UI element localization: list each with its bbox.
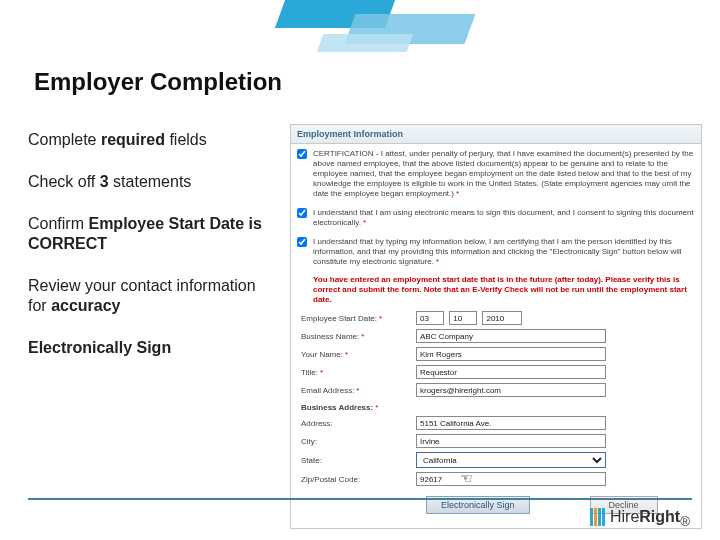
footer-divider — [28, 498, 692, 500]
label-state: State: — [301, 456, 416, 465]
form-area: Employee Start Date:* Business Name:* Yo… — [291, 309, 701, 528]
bullet-three-statements: Check off 3 statements — [28, 172, 278, 192]
instruction-list: Complete required fields Check off 3 sta… — [28, 130, 278, 380]
future-date-warning: You have entered an employment start dat… — [291, 271, 701, 309]
page-title: Employer Completion — [34, 68, 282, 96]
hand-cursor-icon: ☜ — [460, 470, 473, 486]
label-title: Title:* — [301, 368, 416, 377]
certification-text-2: I understand that I am using electronic … — [313, 208, 694, 227]
bullet-start-date: Confirm Employee Start Date is CORRECT — [28, 214, 278, 254]
certification-row-1: CERTIFICATION - I attest, under penalty … — [291, 144, 701, 203]
zip-input[interactable] — [416, 472, 606, 486]
label-email: Email Address:* — [301, 386, 416, 395]
your-name-input[interactable] — [416, 347, 606, 361]
bullet-required-fields: Complete required fields — [28, 130, 278, 150]
employment-info-panel: Employment Information CERTIFICATION - I… — [290, 124, 702, 529]
logo-bars-icon — [590, 508, 606, 530]
label-address: Address: — [301, 419, 416, 428]
certification-checkbox-2[interactable] — [297, 208, 307, 218]
label-start-date: Employee Start Date:* — [301, 314, 416, 323]
panel-heading: Employment Information — [291, 125, 701, 144]
certification-text-3: I understand that by typing my informati… — [313, 237, 682, 266]
label-business-address: Business Address:* — [301, 403, 416, 412]
certification-checkbox-1[interactable] — [297, 149, 307, 159]
state-select[interactable]: California — [416, 452, 606, 468]
address-input[interactable] — [416, 416, 606, 430]
city-input[interactable] — [416, 434, 606, 448]
label-your-name: Your Name:* — [301, 350, 416, 359]
certification-checkbox-3[interactable] — [297, 237, 307, 247]
certification-row-2: I understand that I am using electronic … — [291, 203, 701, 232]
start-date-day[interactable] — [449, 311, 477, 325]
certification-text-1: CERTIFICATION - I attest, under penalty … — [313, 149, 693, 198]
title-input[interactable] — [416, 365, 606, 379]
start-date-month[interactable] — [416, 311, 444, 325]
certification-row-3: I understand that by typing my informati… — [291, 232, 701, 271]
hireright-logo: HireRight® — [590, 508, 690, 530]
decorative-shapes — [280, 0, 500, 60]
label-zip: Zip/Postal Code: — [301, 475, 416, 484]
start-date-year[interactable] — [482, 311, 522, 325]
label-business-name: Business Name:* — [301, 332, 416, 341]
email-input[interactable] — [416, 383, 606, 397]
business-name-input[interactable] — [416, 329, 606, 343]
bullet-esign: Electronically Sign — [28, 338, 278, 358]
label-city: City: — [301, 437, 416, 446]
bullet-contact-accuracy: Review your contact information for accu… — [28, 276, 278, 316]
